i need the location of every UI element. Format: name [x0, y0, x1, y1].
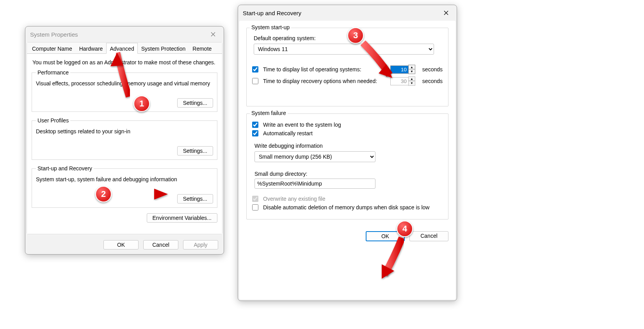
- dialog2-pane: System start-up Default operating system…: [239, 21, 455, 299]
- close-icon: [211, 32, 215, 37]
- user-profiles-group: User Profiles Desktop settings related t…: [32, 117, 217, 160]
- ok-button[interactable]: OK: [103, 240, 139, 249]
- annotation-marker-4: 4: [397, 221, 413, 237]
- dialog-content: Computer Name Hardware Advanced System P…: [27, 42, 222, 234]
- chevron-up-icon[interactable]: ▲: [409, 65, 415, 69]
- seconds-label: seconds: [422, 78, 443, 84]
- startup-recovery-legend: Start-up and Recovery: [36, 165, 94, 172]
- write-debug-label: Write debugging information: [254, 143, 443, 149]
- system-startup-title: System start-up: [250, 24, 291, 30]
- tab-advanced[interactable]: Advanced: [106, 43, 137, 54]
- startup-recovery-settings-button[interactable]: Settings...: [177, 194, 213, 203]
- close-icon: [444, 11, 448, 15]
- auto-restart-checkbox[interactable]: [252, 130, 258, 136]
- overwrite-label: Overwrite any existing file: [263, 196, 326, 202]
- dump-dir-input[interactable]: [254, 179, 375, 189]
- user-profiles-legend: User Profiles: [36, 117, 70, 124]
- close-button[interactable]: [206, 29, 221, 40]
- startup-recovery-group: Start-up and Recovery System start-up, s…: [32, 165, 217, 208]
- cancel-button[interactable]: Cancel: [143, 240, 178, 249]
- annotation-marker-1: 1: [133, 96, 150, 112]
- disable-auto-delete-label: Disable automatic deletion of memory dum…: [263, 204, 429, 210]
- titlebar: System Properties: [25, 27, 224, 42]
- display-os-list-label: Time to display list of operating system…: [263, 66, 387, 73]
- auto-restart-label: Automatically restart: [263, 130, 313, 136]
- tab-system-protection[interactable]: System Protection: [138, 43, 189, 54]
- dump-dir-label: Small dump directory:: [254, 171, 443, 177]
- tabs: Computer Name Hardware Advanced System P…: [27, 42, 222, 54]
- write-event-log-checkbox[interactable]: [252, 122, 258, 128]
- spinner-buttons[interactable]: ▲▼: [408, 65, 415, 74]
- dialog-title: System Properties: [30, 31, 78, 38]
- startup-recovery-dialog: Start-up and Recovery System start-up De…: [238, 5, 457, 301]
- display-os-list-spinner[interactable]: ▲▼: [390, 65, 415, 74]
- default-os-select[interactable]: Windows 11: [254, 44, 434, 55]
- performance-legend: Performance: [36, 69, 70, 76]
- chevron-down-icon[interactable]: ▼: [409, 69, 415, 74]
- annotation-marker-3: 3: [347, 27, 364, 44]
- performance-settings-button[interactable]: Settings...: [177, 98, 213, 108]
- chevron-down-icon[interactable]: ▼: [409, 81, 415, 85]
- cancel-button[interactable]: Cancel: [409, 231, 448, 241]
- tab-pane-advanced: You must be logged on as an Administrato…: [27, 54, 222, 234]
- close-button[interactable]: [439, 7, 454, 18]
- disable-auto-delete-checkbox[interactable]: [252, 204, 258, 210]
- chevron-up-icon[interactable]: ▲: [409, 77, 415, 81]
- apply-button[interactable]: Apply: [183, 240, 218, 249]
- spinner-buttons[interactable]: ▲▼: [408, 76, 415, 86]
- user-profiles-desc: Desktop settings related to your sign-in: [36, 128, 213, 134]
- system-properties-dialog: System Properties Computer Name Hardware…: [25, 26, 224, 255]
- environment-variables-button[interactable]: Environment Variables...: [147, 213, 217, 223]
- dialog1-button-row: OK Cancel Apply: [25, 235, 224, 254]
- tab-hardware[interactable]: Hardware: [76, 43, 107, 54]
- system-failure-title: System failure: [250, 110, 288, 116]
- user-profiles-settings-button[interactable]: Settings...: [177, 146, 213, 156]
- display-recovery-label: Time to display recovery options when ne…: [263, 78, 387, 84]
- system-failure-group: System failure Write an event to the sys…: [246, 113, 448, 219]
- seconds-label: seconds: [422, 66, 443, 73]
- performance-group: Performance Visual effects, processor sc…: [32, 69, 217, 112]
- write-debug-select[interactable]: Small memory dump (256 KB): [254, 151, 375, 162]
- display-os-list-value[interactable]: [390, 65, 408, 74]
- display-recovery-checkbox[interactable]: [252, 78, 258, 84]
- dialog2-button-row: OK Cancel: [246, 229, 448, 241]
- performance-desc: Visual effects, processor scheduling, me…: [36, 80, 213, 87]
- startup-recovery-desc: System start-up, system failure and debu…: [36, 176, 213, 182]
- admin-note: You must be logged on as an Administrato…: [32, 59, 217, 65]
- titlebar: Start-up and Recovery: [238, 5, 457, 21]
- overwrite-checkbox: [252, 196, 258, 202]
- dialog-title: Start-up and Recovery: [243, 10, 301, 16]
- tab-computer-name[interactable]: Computer Name: [28, 43, 76, 54]
- write-event-log-label: Write an event to the system log: [263, 122, 341, 128]
- display-os-list-checkbox[interactable]: [252, 66, 258, 73]
- system-startup-group: System start-up Default operating system…: [246, 28, 448, 106]
- tab-remote[interactable]: Remote: [189, 43, 215, 54]
- display-recovery-spinner[interactable]: ▲▼: [390, 76, 415, 86]
- annotation-marker-2: 2: [95, 186, 112, 202]
- display-recovery-value[interactable]: [390, 77, 408, 85]
